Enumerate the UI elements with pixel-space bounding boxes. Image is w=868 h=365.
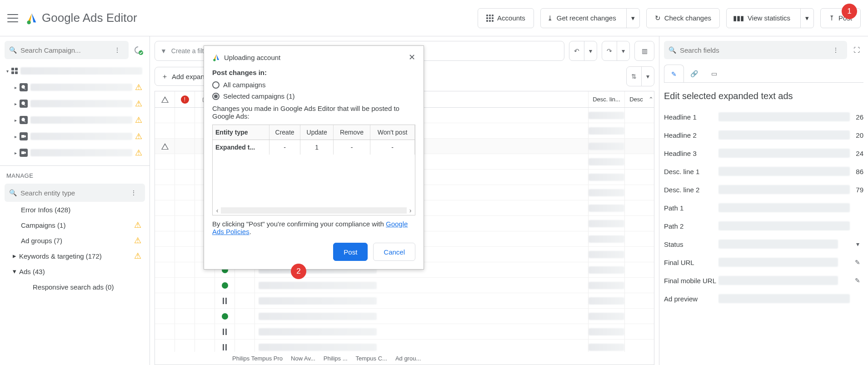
fields-search[interactable]: 🔍 ⋮: [664, 41, 847, 59]
radio-selected-campaigns[interactable]: Selected campaigns (1): [212, 92, 415, 100]
hdr-error[interactable]: !: [175, 91, 195, 107]
field-value-redacted[interactable]: [718, 185, 850, 194]
columns-button[interactable]: ▥: [634, 41, 654, 61]
field-row[interactable]: Final URL✎: [664, 253, 863, 271]
pencil-icon[interactable]: ✎: [852, 259, 863, 266]
stats-label: View statistics: [748, 14, 790, 22]
entity-label: Ad groups (7): [21, 237, 62, 245]
entity-type-item[interactable]: Ad groups (7)⚠: [5, 233, 145, 248]
caret-icon: ▸: [13, 252, 16, 260]
error-icon: !: [181, 95, 189, 104]
hdr-delta[interactable]: [155, 91, 175, 107]
tab-url[interactable]: 🔗: [684, 65, 704, 83]
entity-type-item[interactable]: Responsive search ads (0): [5, 279, 145, 295]
entity-type-item[interactable]: ▾Ads (43): [5, 264, 145, 279]
radio-all-campaigns[interactable]: All campaigns: [212, 81, 415, 89]
entity-type-item[interactable]: Error Infos (428): [5, 202, 145, 217]
modal-close-icon[interactable]: ✕: [409, 52, 415, 62]
entity-type-item[interactable]: ▸Keywords & targeting (172)⚠: [5, 248, 145, 264]
field-row[interactable]: Path 1: [664, 199, 863, 217]
panel-tabs: ✎ 🔗 ▭: [664, 65, 863, 83]
campaign-row[interactable]: ▸⚠: [6, 128, 145, 145]
fields-more-icon[interactable]: ⋮: [829, 43, 843, 57]
field-value-redacted[interactable]: [718, 130, 850, 140]
chevron-down-icon[interactable]: ▾: [641, 67, 654, 86]
grid-row[interactable]: [155, 309, 654, 324]
field-row[interactable]: Final mobile URL✎: [664, 271, 863, 290]
hamburger-icon[interactable]: [7, 13, 18, 24]
hdr-desc-line2[interactable]: Desc: [625, 91, 648, 107]
field-row[interactable]: Path 2: [664, 217, 863, 235]
caret-right-icon: ▸: [15, 134, 17, 139]
pencil-icon[interactable]: ✎: [852, 277, 863, 284]
entity-more-icon[interactable]: ⋮: [127, 186, 140, 200]
field-value-redacted[interactable]: [718, 294, 850, 303]
table-header: Update: [300, 125, 334, 140]
field-value-redacted[interactable]: [718, 203, 850, 212]
modal-post-button[interactable]: Post: [333, 243, 368, 261]
account-row[interactable]: ▾: [6, 63, 145, 79]
upload-modal: Uploading account ✕ Post changes in: All…: [204, 45, 424, 270]
tab-edit[interactable]: ✎: [664, 65, 684, 83]
entity-type-item[interactable]: Campaigns (1)⚠: [5, 217, 145, 233]
field-value-redacted[interactable]: [718, 149, 850, 158]
field-row[interactable]: Headline 220: [664, 126, 863, 144]
field-row[interactable]: Desc. line 186: [664, 162, 863, 180]
grid-row[interactable]: [155, 340, 654, 352]
footer-cell: Philips Tempus Pro: [232, 355, 283, 362]
get-recent-changes-button[interactable]: ⤓Get recent changes ▾: [540, 8, 640, 28]
field-value-redacted[interactable]: [718, 240, 838, 249]
redo-button[interactable]: ↷▾: [602, 41, 630, 61]
sync-status-icon[interactable]: [131, 43, 145, 57]
campaign-row[interactable]: ▸⚠: [6, 112, 145, 128]
chevron-down-icon[interactable]: ▾: [584, 41, 597, 60]
get-recent-dropdown[interactable]: ▾: [626, 9, 639, 28]
field-value-redacted[interactable]: [718, 112, 850, 121]
stats-dropdown[interactable]: ▾: [800, 9, 813, 28]
manage-title: MANAGE: [5, 172, 145, 179]
grid-row[interactable]: [155, 293, 654, 309]
campaign-search[interactable]: 🔍 ⋮: [5, 41, 129, 59]
fields-search-input[interactable]: [680, 46, 825, 54]
campaign-row[interactable]: ▸⚠: [6, 145, 145, 161]
accounts-button[interactable]: Accounts: [478, 8, 534, 28]
hdr-desc-line1[interactable]: Desc. lin...: [589, 91, 625, 107]
expand-panel-icon[interactable]: ⛶: [850, 43, 863, 57]
campaign-row[interactable]: ▸⚠: [6, 95, 145, 112]
chevron-down-icon[interactable]: ▾: [617, 41, 629, 60]
field-row[interactable]: Status▾: [664, 235, 863, 253]
table-scrollbar[interactable]: ‹›: [214, 207, 414, 214]
campaign-search-input[interactable]: [20, 46, 107, 54]
field-row[interactable]: Desc. line 279: [664, 180, 863, 199]
pencil-icon: ✎: [671, 70, 677, 78]
radio-label: All campaigns: [223, 81, 265, 89]
field-value-redacted[interactable]: [718, 221, 850, 230]
field-value-redacted[interactable]: [718, 276, 838, 285]
caret-right-icon: ▸: [15, 101, 17, 106]
check-changes-button[interactable]: ↻ Check changes: [646, 8, 720, 28]
scroll-right-icon[interactable]: ›: [407, 207, 414, 214]
campaign-row[interactable]: ▸⚠: [6, 79, 145, 95]
field-label: Headline 3: [664, 150, 718, 157]
field-value-redacted[interactable]: [718, 167, 850, 176]
undo-button[interactable]: ↶▾: [569, 41, 597, 61]
scroll-left-icon[interactable]: ‹: [214, 207, 221, 214]
modal-cancel-button[interactable]: Cancel: [373, 243, 415, 261]
entity-search[interactable]: 🔍 ⋮: [5, 184, 145, 202]
tab-label[interactable]: ▭: [704, 65, 724, 83]
view-statistics-button[interactable]: ▮▮▮View statistics ▾: [726, 8, 814, 28]
field-value-redacted[interactable]: [718, 258, 838, 267]
right-panel: 🔍 ⋮ ⛶ ✎ 🔗 ▭ Edit selected expanded text …: [659, 36, 868, 365]
cell-redacted: [589, 235, 624, 243]
entity-search-input[interactable]: [20, 189, 123, 197]
field-row[interactable]: Headline 324: [664, 144, 863, 162]
video-campaign-icon: [20, 149, 28, 157]
sort-button[interactable]: ⇅▾: [626, 66, 654, 86]
grid-row[interactable]: [155, 278, 654, 293]
grid-row[interactable]: [155, 324, 654, 340]
scroll-up-icon[interactable]: ⌃: [648, 96, 654, 103]
field-row[interactable]: Ad preview: [664, 290, 863, 308]
field-row[interactable]: Headline 126: [664, 108, 863, 126]
search-more-icon[interactable]: ⋮: [110, 43, 124, 57]
chevron-down-icon[interactable]: ▾: [852, 240, 863, 248]
